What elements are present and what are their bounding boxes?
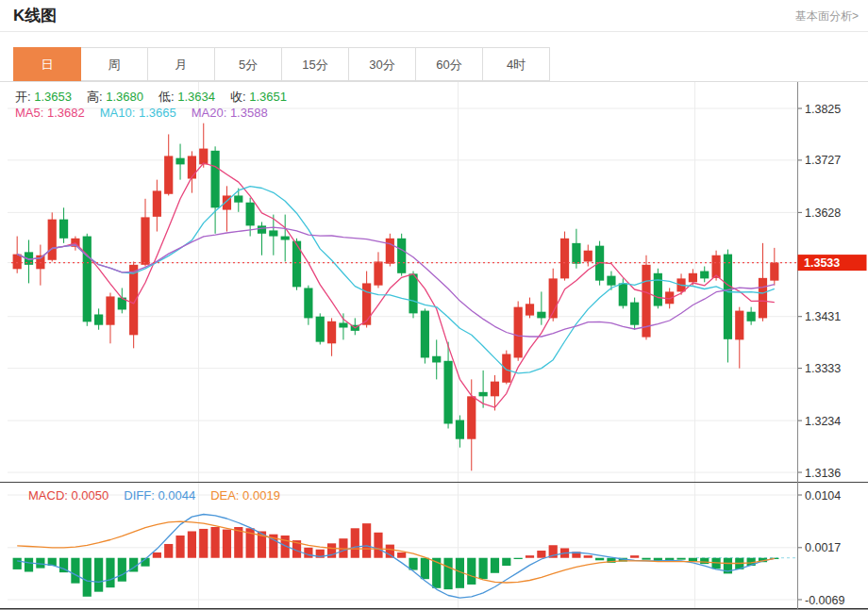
legend-item: MA20: 1.3588 xyxy=(192,106,268,120)
legend-item: MACD: 0.0050 xyxy=(28,488,108,503)
tab-interval-6[interactable]: 60分 xyxy=(416,47,483,81)
fundamental-analysis-link[interactable]: 基本面分析> xyxy=(795,8,859,25)
svg-text:1.3825: 1.3825 xyxy=(805,103,841,116)
legend-item: MA5: 1.3682 xyxy=(15,106,85,120)
legend-item: 高: 1.3680 xyxy=(87,90,143,104)
ohlc-legend: 开: 1.3653高: 1.3680低: 1.3634收: 1.3651 xyxy=(15,89,302,106)
svg-text:1.3234: 1.3234 xyxy=(805,415,841,428)
legend-item: DIFF: 0.0044 xyxy=(124,488,195,503)
ma-legend: MA5: 1.3682MA10: 1.3665MA20: 1.3588 xyxy=(15,106,283,120)
interval-tabstrip: 日周月5分15分30分60分4时 xyxy=(0,47,868,82)
tab-interval-3[interactable]: 5分 xyxy=(215,47,282,81)
legend-item: 开: 1.3653 xyxy=(15,90,72,104)
macd-legend: MACD: 0.0050DIFF: 0.0044DEA: 0.0019 xyxy=(28,488,295,503)
legend-item: 收: 1.3651 xyxy=(230,90,287,104)
page-title: K线图 xyxy=(13,5,57,26)
svg-text:1.3533: 1.3533 xyxy=(804,256,840,270)
tab-interval-7[interactable]: 4时 xyxy=(483,47,550,81)
legend-item: MA10: 1.3665 xyxy=(100,106,176,120)
price-chart[interactable]: 1.38251.37271.36281.35331.34311.33331.32… xyxy=(0,82,868,482)
legend-item: 低: 1.3634 xyxy=(159,90,215,104)
svg-text:0.0104: 0.0104 xyxy=(805,489,841,503)
svg-text:1.3333: 1.3333 xyxy=(805,362,841,375)
interval-tabs: 日周月5分15分30分60分4时 xyxy=(13,47,550,81)
tab-interval-1[interactable]: 周 xyxy=(81,47,148,81)
tab-interval-0[interactable]: 日 xyxy=(13,47,81,81)
tab-interval-4[interactable]: 15分 xyxy=(282,47,349,81)
svg-text:-0.0069: -0.0069 xyxy=(805,594,844,607)
svg-text:0.0017: 0.0017 xyxy=(805,541,841,554)
svg-text:1.3628: 1.3628 xyxy=(805,206,841,220)
legend-item: DEA: 0.0019 xyxy=(210,488,280,503)
current-price-tag: 1.3533 xyxy=(798,255,867,271)
kline-widget: K线图 基本面分析> 日周月5分15分30分60分4时 1.38251.3727… xyxy=(0,0,868,610)
widget-header: K线图 基本面分析> xyxy=(0,0,868,32)
tab-interval-2[interactable]: 月 xyxy=(148,47,215,81)
svg-text:1.3136: 1.3136 xyxy=(805,467,841,480)
svg-text:1.3727: 1.3727 xyxy=(805,154,841,167)
svg-text:1.3431: 1.3431 xyxy=(805,310,841,323)
tab-interval-5[interactable]: 30分 xyxy=(349,47,416,81)
